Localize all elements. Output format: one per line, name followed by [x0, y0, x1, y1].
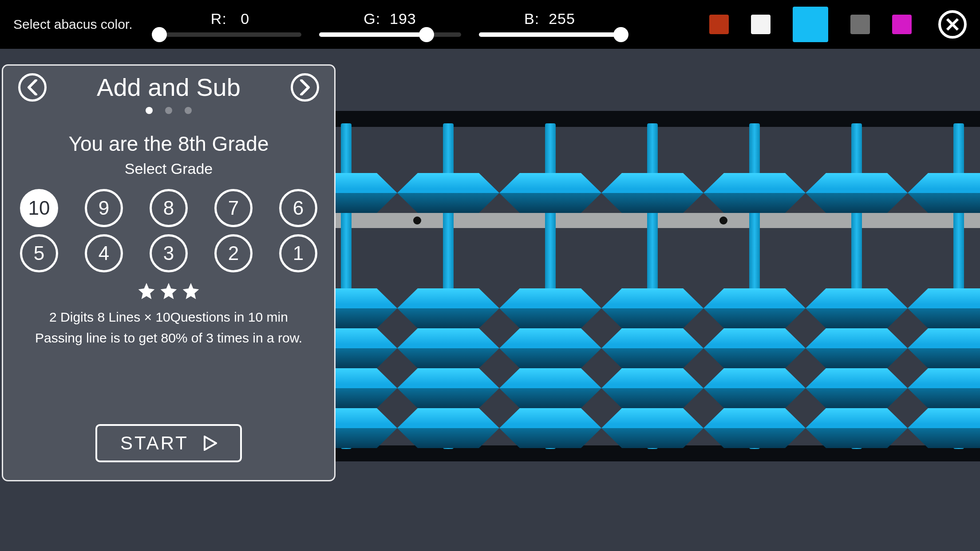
- bead-lower[interactable]: [601, 328, 703, 368]
- grade-grid: 10987654321: [20, 189, 317, 272]
- bead-upper[interactable]: [601, 173, 703, 213]
- abacus-dot: [413, 216, 421, 224]
- play-icon: [204, 436, 217, 451]
- slider-g[interactable]: [319, 30, 461, 39]
- bead-upper[interactable]: [908, 173, 980, 213]
- grade-title: You are the 8th Grade: [69, 132, 269, 156]
- page-dots: [146, 107, 192, 114]
- bead-lower[interactable]: [397, 368, 499, 408]
- abacus-dot: [719, 216, 727, 224]
- bead-lower[interactable]: [601, 288, 703, 328]
- chevron-right-icon: [299, 79, 311, 95]
- panel-header: Add and Sub: [18, 73, 319, 102]
- grade-8[interactable]: 8: [150, 189, 188, 227]
- bead-lower[interactable]: [703, 368, 806, 408]
- bead-lower[interactable]: [908, 408, 980, 448]
- bead-lower[interactable]: [601, 408, 703, 448]
- grade-2[interactable]: 2: [214, 234, 253, 272]
- slider-r[interactable]: [159, 30, 301, 39]
- rgb-b-label: B: 255: [524, 10, 575, 28]
- star-icon: [137, 281, 156, 301]
- bead-upper[interactable]: [806, 173, 908, 213]
- bead-upper[interactable]: [397, 173, 499, 213]
- bead-upper[interactable]: [499, 173, 601, 213]
- grade-7[interactable]: 7: [214, 189, 253, 227]
- swatch-magenta[interactable]: [892, 15, 912, 34]
- abacus-divider: [311, 213, 980, 228]
- rgb-b: B: 255: [479, 10, 621, 39]
- bead-lower[interactable]: [397, 328, 499, 368]
- star-icon: [159, 281, 178, 301]
- grade-1[interactable]: 1: [279, 234, 317, 272]
- rgb-r-label: R: 0: [211, 10, 249, 28]
- bead-lower[interactable]: [397, 408, 499, 448]
- next-mode-button[interactable]: [291, 73, 319, 102]
- bead-lower[interactable]: [806, 408, 908, 448]
- close-icon: [945, 17, 960, 31]
- slider-b[interactable]: [479, 30, 621, 39]
- bead-lower[interactable]: [703, 328, 806, 368]
- swatch-cyan[interactable]: [793, 7, 828, 42]
- chevron-left-icon: [26, 79, 39, 95]
- topbar: Select abacus color. R: 0 G: 193: [0, 0, 980, 49]
- grade-subtitle: Select Grade: [125, 160, 213, 177]
- abacus-frame-top: [311, 111, 980, 127]
- rgb-r: R: 0: [159, 10, 301, 39]
- bead-lower[interactable]: [499, 368, 601, 408]
- grade-6[interactable]: 6: [279, 189, 317, 227]
- grade-3[interactable]: 3: [150, 234, 188, 272]
- bead-upper[interactable]: [703, 173, 806, 213]
- page-dot-2[interactable]: [185, 107, 192, 114]
- difficulty-stars: [137, 281, 201, 301]
- prev-mode-button[interactable]: [18, 73, 47, 102]
- rgb-g: G: 193: [319, 10, 461, 39]
- grade-9[interactable]: 9: [85, 189, 123, 227]
- bead-lower[interactable]: [806, 288, 908, 328]
- page-dot-1[interactable]: [165, 107, 172, 114]
- bead-lower[interactable]: [908, 368, 980, 408]
- bead-lower[interactable]: [499, 328, 601, 368]
- grade-5[interactable]: 5: [20, 234, 58, 272]
- swatch-red[interactable]: [709, 15, 729, 34]
- rgb-g-label: G: 193: [364, 10, 416, 28]
- bead-lower[interactable]: [806, 328, 908, 368]
- bead-lower[interactable]: [703, 288, 806, 328]
- close-button[interactable]: [938, 10, 967, 39]
- page-dot-0[interactable]: [146, 107, 153, 114]
- grade-10[interactable]: 10: [20, 189, 58, 227]
- start-button[interactable]: START: [95, 424, 242, 462]
- bead-lower[interactable]: [601, 368, 703, 408]
- swatch-gray[interactable]: [850, 15, 870, 34]
- star-icon: [181, 281, 201, 301]
- bead-lower[interactable]: [499, 408, 601, 448]
- bead-lower[interactable]: [703, 408, 806, 448]
- bead-lower[interactable]: [499, 288, 601, 328]
- bead-lower[interactable]: [397, 288, 499, 328]
- color-hint: Select abacus color.: [13, 17, 133, 32]
- mode-panel: Add and Sub You are the 8th Grade Select…: [2, 64, 336, 481]
- swatches: [709, 7, 912, 42]
- grade-4[interactable]: 4: [85, 234, 123, 272]
- start-label: START: [120, 433, 189, 454]
- svg-marker-2: [205, 437, 216, 450]
- rgb-group: R: 0 G: 193 B: 255: [159, 10, 621, 39]
- swatch-white[interactable]: [751, 15, 771, 34]
- grade-description: 2 Digits 8 Lines × 10Questions in 10 min…: [35, 307, 302, 348]
- abacus-inner: [311, 111, 980, 461]
- bead-lower[interactable]: [908, 328, 980, 368]
- mode-title: Add and Sub: [97, 73, 241, 102]
- bead-lower[interactable]: [806, 368, 908, 408]
- bead-lower[interactable]: [908, 288, 980, 328]
